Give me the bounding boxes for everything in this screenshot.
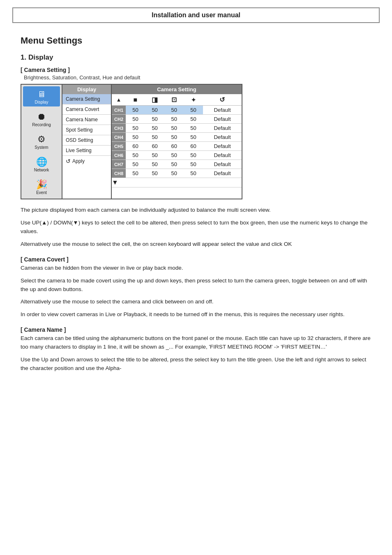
ch8-default[interactable]: Default xyxy=(203,169,242,178)
display-icon: 🖥 xyxy=(35,88,48,100)
system-icon: ⚙ xyxy=(35,134,48,145)
ch1-v3[interactable]: 50 xyxy=(164,106,184,115)
ch3-label: CH3 xyxy=(112,124,126,133)
ch7-v2[interactable]: 50 xyxy=(145,160,165,169)
ch4-label: CH4 xyxy=(112,133,126,142)
ch8-v2[interactable]: 50 xyxy=(145,169,165,178)
ch8-v1[interactable]: 50 xyxy=(126,169,145,178)
ch6-v3[interactable]: 50 xyxy=(164,151,184,160)
menu-panel: Display Camera Setting Camera Covert Cam… xyxy=(62,85,112,199)
ch6-label: CH6 xyxy=(112,151,126,160)
ch4-v3[interactable]: 50 xyxy=(164,133,184,142)
col-default: ↺ xyxy=(203,94,242,106)
menu-panel-header: Display xyxy=(62,85,111,94)
sidebar-item-network[interactable]: 🌐 Network xyxy=(23,154,60,174)
ch1-v2[interactable]: 50 xyxy=(145,106,165,115)
sidebar-label-system: System xyxy=(35,145,48,150)
ch2-v3[interactable]: 50 xyxy=(164,115,184,124)
sidebar-label-display: Display xyxy=(35,100,48,104)
ch6-default[interactable]: Default xyxy=(203,151,242,160)
para2: Use UP(▲) / DOWN(▼) keys to select the c… xyxy=(21,219,371,236)
ch1-default[interactable]: Default xyxy=(203,106,242,115)
page-header: Installation and user manual xyxy=(12,7,380,23)
menu-item-spot-setting[interactable]: Spot Setting xyxy=(62,125,111,135)
sidebar-item-display[interactable]: 🖥 Display xyxy=(23,86,60,106)
ch3-v4[interactable]: 50 xyxy=(184,124,203,133)
ch6-v4[interactable]: 50 xyxy=(184,151,203,160)
ch4-v1[interactable]: 50 xyxy=(126,133,145,142)
ui-table-wrapper: 🖥 Display ⏺ Recording ⚙ System 🌐 Network… xyxy=(21,84,242,199)
saturation-icon: ◨ xyxy=(152,96,158,103)
ch6-v2[interactable]: 50 xyxy=(145,151,165,160)
camera-covert-label: [ Camera Covert ] xyxy=(21,256,371,263)
ch8-v4[interactable]: 50 xyxy=(184,169,203,178)
menu-item-camera-name[interactable]: Camera Name xyxy=(62,115,111,125)
ch2-default[interactable]: Default xyxy=(203,115,242,124)
main-title: Menu Settings xyxy=(21,35,371,46)
ch5-v2[interactable]: 60 xyxy=(145,142,165,151)
ch7-v4[interactable]: 50 xyxy=(184,160,203,169)
menu-item-osd-setting[interactable]: OSD Setting xyxy=(62,135,111,146)
camera-name-para: Use the Up and Down arrows to select the… xyxy=(21,356,371,373)
menu-item-live-setting[interactable]: Live Setting xyxy=(62,146,111,156)
ch8-v3[interactable]: 50 xyxy=(164,169,184,178)
brightness-icon: ■ xyxy=(134,96,138,103)
table-row: CH4 50 50 50 50 Default xyxy=(112,133,242,142)
section1-title: 1. Display xyxy=(21,53,371,62)
ch5-v3[interactable]: 60 xyxy=(164,142,184,151)
ch7-v3[interactable]: 50 xyxy=(164,160,184,169)
ch4-v2[interactable]: 50 xyxy=(145,133,165,142)
camera-setting-desc: Brightness, Saturation, Contrast, Hue an… xyxy=(21,74,371,81)
ch7-label: CH7 xyxy=(112,160,126,169)
camera-name-desc: Each camera can be titled using the alph… xyxy=(21,334,371,352)
menu-item-camera-setting[interactable]: Camera Setting xyxy=(62,94,111,104)
camera-name-label: [ Camera Name ] xyxy=(21,326,371,333)
ch1-v1[interactable]: 50 xyxy=(126,106,145,115)
header-title: Installation and user manual xyxy=(152,12,240,18)
ch4-default[interactable]: Default xyxy=(203,133,242,142)
camera-covert-para3: In order to view covert cameras in Live … xyxy=(21,310,371,319)
ch5-v1[interactable]: 60 xyxy=(126,142,145,151)
sidebar-label-recording: Recording xyxy=(32,123,51,127)
sidebar-label-network: Network xyxy=(34,168,49,172)
table-row: CH7 50 50 50 50 Default xyxy=(112,160,242,169)
sidebar-label-event: Event xyxy=(36,190,47,195)
para1: The picture displayed from each camera c… xyxy=(21,206,371,215)
table-row: CH3 50 50 50 50 Default xyxy=(112,124,242,133)
ch3-default[interactable]: Default xyxy=(203,124,242,133)
table-row: CH5 60 60 60 60 Default xyxy=(112,142,242,151)
apply-button[interactable]: ↺ Apply xyxy=(62,156,111,166)
ch2-v2[interactable]: 50 xyxy=(145,115,165,124)
ch3-v3[interactable]: 50 xyxy=(164,124,184,133)
ch2-v4[interactable]: 50 xyxy=(184,115,203,124)
apply-icon: ↺ xyxy=(66,158,71,164)
camera-setting-label: [ Camera Setting ] xyxy=(21,67,371,73)
col-contrast: ⊡ xyxy=(164,94,184,106)
default-icon: ↺ xyxy=(219,96,225,103)
ch3-v2[interactable]: 50 xyxy=(145,124,165,133)
menu-item-camera-covert[interactable]: Camera Covert xyxy=(62,104,111,115)
ch7-v1[interactable]: 50 xyxy=(126,160,145,169)
ch4-v4[interactable]: 50 xyxy=(184,133,203,142)
hue-icon: ✦ xyxy=(191,97,196,103)
ch6-v1[interactable]: 50 xyxy=(126,151,145,160)
col-hue: ✦ xyxy=(184,94,203,106)
sidebar-item-event[interactable]: 🎉 Event xyxy=(23,177,60,197)
recording-icon: ⏺ xyxy=(35,111,48,123)
ch8-label: CH8 xyxy=(112,169,126,178)
ch3-v1[interactable]: 50 xyxy=(126,124,145,133)
sidebar-item-system[interactable]: ⚙ System xyxy=(23,132,60,152)
camera-panel: Camera Setting ▲ ■ ◨ ⊡ xyxy=(112,85,242,199)
ch2-v1[interactable]: 50 xyxy=(126,115,145,124)
ch5-default[interactable]: Default xyxy=(203,142,242,151)
col-arrow-up: ▲ xyxy=(112,94,126,106)
ch1-v4[interactable]: 50 xyxy=(184,106,203,115)
sidebar-item-recording[interactable]: ⏺ Recording xyxy=(23,109,60,129)
table-row: CH6 50 50 50 50 Default xyxy=(112,151,242,160)
ch7-default[interactable]: Default xyxy=(203,160,242,169)
ch5-v4[interactable]: 60 xyxy=(184,142,203,151)
camera-table: ▲ ■ ◨ ⊡ ✦ xyxy=(112,94,242,187)
camera-covert-para1: Select the camera to be made covert usin… xyxy=(21,277,371,294)
camera-panel-header: Camera Setting xyxy=(112,85,242,94)
contrast-icon: ⊡ xyxy=(171,96,177,103)
